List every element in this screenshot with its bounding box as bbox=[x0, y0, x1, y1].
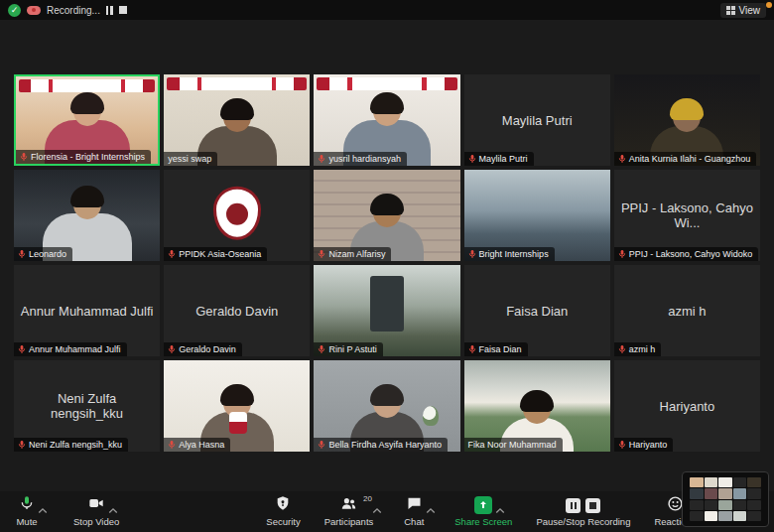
toolbar-button-chat[interactable]: Chat bbox=[397, 496, 431, 527]
participant-name-label: Florensia - Bright Internships bbox=[16, 150, 151, 164]
toolbar-center-group: Security20ParticipantsChatShare ScreenPa… bbox=[266, 496, 753, 527]
chevron-up-icon[interactable] bbox=[108, 500, 118, 518]
participant-tile[interactable]: yessi swap bbox=[164, 74, 310, 166]
participant-name-label: Bright Internships bbox=[464, 247, 555, 261]
participant-name-label: Rini P Astuti bbox=[314, 342, 382, 356]
participant-tile[interactable]: Bright Internships bbox=[464, 170, 610, 261]
muted-mic-icon bbox=[318, 154, 325, 164]
toolbar-button-participants[interactable]: 20Participants bbox=[324, 496, 374, 527]
stop-recording-icon[interactable] bbox=[119, 6, 127, 14]
gallery-preview-grid bbox=[690, 477, 761, 521]
participant-name-text: Rini P Astuti bbox=[328, 344, 376, 354]
participant-tile[interactable]: Geraldo DavinGeraldo Davin bbox=[164, 265, 310, 356]
participant-name-label: Anita Kurnia Ilahi - Guangzhou bbox=[614, 152, 757, 166]
virtual-background-banner bbox=[317, 77, 456, 90]
participant-tile[interactable]: Faisa DianFaisa Dian bbox=[464, 265, 610, 356]
participant-name-label: Faisa Dian bbox=[464, 342, 528, 356]
participant-tile[interactable]: azmi hazmi h bbox=[614, 265, 760, 356]
participant-name-text: azmi h bbox=[629, 344, 656, 354]
toolbar-button-security[interactable]: Security bbox=[266, 496, 300, 527]
participant-tile[interactable]: Anita Kurnia Ilahi - Guangzhou bbox=[614, 74, 760, 166]
muted-mic-icon bbox=[318, 440, 325, 450]
participant-tile[interactable]: Nizam Alfarisy bbox=[314, 170, 459, 261]
participants-count-badge: 20 bbox=[363, 494, 372, 503]
virtual-background-banner bbox=[167, 77, 307, 90]
participant-name-label: azmi h bbox=[614, 342, 662, 356]
participant-name-text: Faisa Dian bbox=[479, 344, 522, 354]
muted-mic-icon bbox=[468, 344, 476, 354]
chevron-up-icon[interactable] bbox=[495, 500, 505, 518]
participant-tile[interactable]: yusril hardiansyah bbox=[314, 74, 459, 166]
pause-recording-button[interactable] bbox=[566, 498, 580, 513]
participant-tile[interactable]: Fika Noor Muhammad bbox=[464, 360, 610, 452]
participant-name-label: Geraldo Davin bbox=[164, 342, 242, 356]
participant-name-text: Annur Muhammad Julfi bbox=[29, 344, 121, 354]
encryption-shield-icon: ✓ bbox=[8, 4, 21, 17]
participant-tile[interactable]: Leonardo bbox=[14, 170, 160, 261]
recording-cloud-icon bbox=[27, 6, 41, 15]
share-screen-icon bbox=[474, 496, 492, 514]
toolbar-button-stop-video[interactable]: Stop Video bbox=[73, 496, 119, 527]
toolbar-button-pause-stop-recording[interactable]: Pause/Stop Recording bbox=[536, 496, 630, 527]
participant-tile[interactable]: Rini P Astuti bbox=[314, 265, 459, 356]
participant-name-text: Florensia - Bright Internships bbox=[31, 152, 145, 162]
participant-name-text: Nizam Alfarisy bbox=[328, 249, 385, 259]
participant-name-text: Hariyanto bbox=[629, 440, 668, 450]
participant-name-label: Maylila Putri bbox=[464, 152, 534, 166]
participant-tile[interactable]: HariyantoHariyanto bbox=[614, 360, 760, 452]
participant-tile[interactable]: Maylila PutriMaylila Putri bbox=[464, 74, 610, 166]
meeting-toolbar: MuteStop Video Security20ParticipantsCha… bbox=[0, 491, 774, 532]
muted-mic-icon bbox=[468, 249, 476, 259]
muted-mic-icon bbox=[168, 440, 176, 450]
participant-name-text: Alya Hasna bbox=[179, 440, 224, 450]
pause-recording-icon[interactable] bbox=[106, 6, 113, 15]
participant-name-text: yessi swap bbox=[168, 154, 211, 164]
participant-name-label: PPIJ - Laksono, Cahyo Widoko bbox=[614, 247, 759, 261]
participant-name-text: PPIJ - Laksono, Cahyo Widoko bbox=[629, 249, 753, 259]
stop-recording-button[interactable] bbox=[585, 498, 600, 513]
participant-tile[interactable]: Bella Firdha Asyifa Haryanto bbox=[314, 360, 459, 452]
meeting-top-bar: ✓ Recording... View bbox=[0, 0, 774, 20]
toolbar-button-mute[interactable]: Mute bbox=[10, 496, 44, 527]
view-button-label: View bbox=[739, 5, 761, 16]
participant-tile[interactable]: PPIDK Asia-Oseania bbox=[164, 170, 310, 261]
participant-name-text: Maylila Putri bbox=[479, 154, 528, 164]
muted-mic-icon bbox=[318, 344, 325, 354]
toolbar-button-label: Security bbox=[266, 516, 300, 527]
participant-name-text: Neni Zulfa nengsih_kku bbox=[29, 440, 122, 450]
participant-tile[interactable]: Annur Muhammad JulfiAnnur Muhammad Julfi bbox=[14, 265, 160, 356]
video-grid: Florensia - Bright Internshipsyessi swap… bbox=[14, 74, 760, 452]
muted-mic-icon bbox=[618, 249, 626, 259]
participant-tile[interactable]: Florensia - Bright Internships bbox=[14, 74, 160, 166]
chevron-up-icon[interactable] bbox=[426, 500, 436, 518]
zoom-meeting-window: ✓ Recording... View Florensia - Bright I… bbox=[0, 0, 774, 532]
participant-tile[interactable]: Neni Zulfa nengsih_kkuNeni Zulfa nengsih… bbox=[14, 360, 160, 452]
muted-mic-icon bbox=[468, 154, 476, 164]
muted-mic-icon bbox=[18, 440, 26, 450]
chevron-up-icon[interactable] bbox=[372, 500, 382, 518]
muted-mic-icon bbox=[618, 344, 626, 354]
participant-name-label: Neni Zulfa nengsih_kku bbox=[14, 438, 128, 452]
participant-tile[interactable]: Alya Hasna bbox=[164, 360, 310, 452]
participant-name-label: Nizam Alfarisy bbox=[314, 247, 391, 261]
gallery-view-icon bbox=[726, 6, 735, 15]
gallery-preview-thumbnail[interactable] bbox=[682, 471, 769, 527]
toolbar-button-share-screen[interactable]: Share Screen bbox=[454, 496, 512, 527]
participant-name-label: Leonardo bbox=[14, 247, 72, 261]
participant-name-label: Alya Hasna bbox=[164, 438, 230, 452]
toolbar-button-label: Mute bbox=[16, 516, 37, 527]
participant-name-text: Leonardo bbox=[29, 249, 66, 259]
muted-mic-icon bbox=[168, 344, 176, 354]
recording-status-label: Recording... bbox=[47, 5, 100, 16]
participants-icon bbox=[339, 495, 358, 516]
chevron-up-icon[interactable] bbox=[38, 500, 48, 518]
participant-name-text: Geraldo Davin bbox=[179, 344, 236, 354]
muted-mic-icon bbox=[20, 152, 28, 162]
participant-tile[interactable]: PPIJ - Laksono, Cahyo Wi...PPIJ - Lakson… bbox=[614, 170, 760, 261]
view-button[interactable]: View bbox=[720, 3, 767, 18]
shield-icon bbox=[275, 494, 291, 516]
participant-name-label: Annur Muhammad Julfi bbox=[14, 342, 127, 356]
participant-name-label: yusril hardiansyah bbox=[314, 152, 407, 166]
muted-mic-icon bbox=[168, 249, 176, 259]
participant-name-label: Hariyanto bbox=[614, 438, 674, 452]
